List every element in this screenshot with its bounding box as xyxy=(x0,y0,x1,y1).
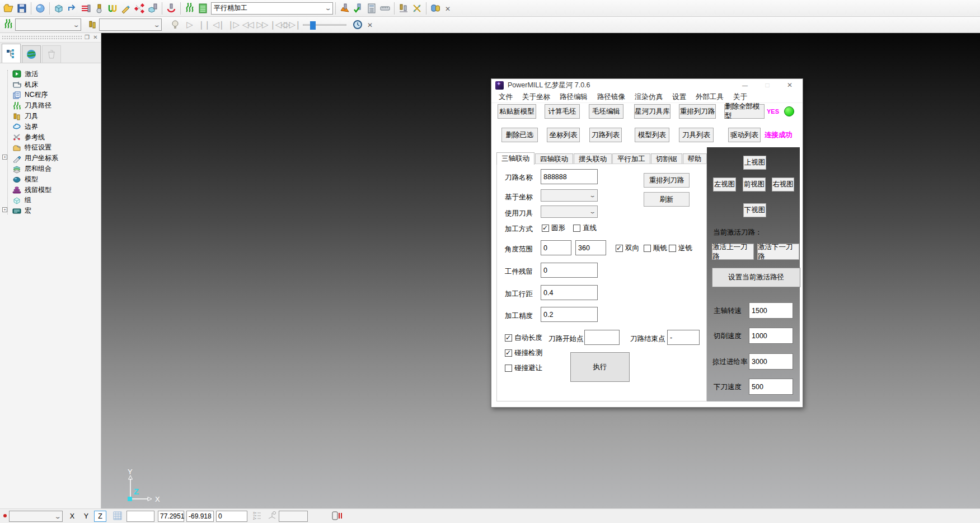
tree-item-stock-models[interactable]: 残留模型 xyxy=(0,185,101,195)
tool-library-button[interactable]: 星河刀具库 xyxy=(634,104,670,119)
skim-feed-input[interactable] xyxy=(749,353,793,370)
tree-item-activate[interactable]: 激活 xyxy=(0,69,101,80)
measure-icon[interactable] xyxy=(378,2,392,15)
toolpath-arrow-icon[interactable] xyxy=(65,2,79,15)
tab-parallel[interactable]: 平行加工 xyxy=(612,153,650,165)
tool-check-icon[interactable] xyxy=(351,2,365,15)
view-top-button[interactable]: 上视图 xyxy=(743,156,766,170)
tab-3axis[interactable]: 三轴联动 xyxy=(496,152,534,165)
strategy-dropdown[interactable]: 平行精加工 ⌄ xyxy=(211,2,333,15)
go-to-end-button[interactable]: ▷▷❘ xyxy=(284,20,298,30)
stock-edit-button[interactable]: 毛坯编辑 xyxy=(589,104,623,119)
tolerance-input[interactable] xyxy=(541,307,598,322)
pause-button[interactable]: ❘❘ xyxy=(196,20,211,30)
toolbar-close-icon[interactable]: ✕ xyxy=(364,19,376,30)
tree-item-feature-sets[interactable]: 特征设置 xyxy=(0,143,101,153)
tree-item-boundaries[interactable]: 边界 xyxy=(0,122,101,132)
rearrange-button[interactable]: 重排列刀路 xyxy=(644,173,690,188)
tab-explorer-tree[interactable] xyxy=(2,44,21,63)
play-button[interactable]: ▷ xyxy=(182,20,196,30)
coord-list-button[interactable]: 坐标列表 xyxy=(547,128,580,142)
coord-z-field[interactable]: 0 xyxy=(216,511,247,522)
tree-item-workplanes[interactable]: + 用户坐标系 xyxy=(0,153,101,164)
view-right-button[interactable]: 右视图 xyxy=(772,178,794,192)
conventional-mill-checkbox[interactable]: 逆铣 xyxy=(669,244,692,253)
float-panel-icon[interactable]: ❐ xyxy=(83,34,91,41)
stock-allowance-input[interactable] xyxy=(541,263,598,278)
panel-header[interactable]: ❐ ✕ xyxy=(0,33,101,43)
tree-item-macros[interactable]: + 宏 xyxy=(0,206,101,216)
u-channel-icon[interactable] xyxy=(106,2,119,15)
stock-edit-icon[interactable] xyxy=(79,2,92,15)
drive-list-button[interactable]: 驱动列表 xyxy=(728,128,761,142)
probe-axis-icon[interactable] xyxy=(266,511,276,522)
view-front-button[interactable]: 前视图 xyxy=(743,178,766,192)
calculator-icon[interactable] xyxy=(365,2,378,15)
tool-pair-icon[interactable] xyxy=(397,2,410,15)
simulation-tool-dropdown[interactable]: ⌄ xyxy=(99,18,162,31)
rewind-button[interactable]: ◁◁ xyxy=(240,20,255,30)
points-pattern-icon[interactable] xyxy=(133,2,146,15)
view-bottom-button[interactable]: 下视图 xyxy=(743,203,766,217)
auto-length-checkbox[interactable]: 自动长度 xyxy=(505,333,542,343)
angle-start-input[interactable] xyxy=(541,240,571,255)
menu-path-mirror[interactable]: 路径镜像 xyxy=(597,92,625,102)
maximize-icon[interactable] xyxy=(759,80,776,91)
tree-item-tools[interactable]: 刀具 xyxy=(0,111,101,122)
measure-field[interactable] xyxy=(279,511,308,522)
clock-icon[interactable] xyxy=(351,18,364,31)
tree-item-levels-sets[interactable]: 层和组合 xyxy=(0,164,101,174)
workplane-dropdown[interactable]: ⌄ xyxy=(9,511,63,522)
menu-render-sim[interactable]: 渲染仿真 xyxy=(635,92,663,102)
axis-z-button[interactable]: Z xyxy=(94,511,106,522)
line-checkbox[interactable]: 直线 xyxy=(573,223,597,233)
toolpath-name-input[interactable] xyxy=(541,169,598,184)
delete-all-models-button[interactable]: 删除全部模型 xyxy=(724,104,765,119)
toolpath-spring-icon[interactable] xyxy=(183,2,196,15)
tree-item-nc-program[interactable]: NC程序 xyxy=(0,90,101,101)
transform-icon[interactable] xyxy=(410,2,424,15)
tree-item-patterns[interactable]: 参考线 xyxy=(0,132,101,143)
tab-4axis[interactable]: 四轴联动 xyxy=(535,153,573,165)
collision-check-icon[interactable] xyxy=(165,2,178,15)
xyz-list-icon[interactable]: X=Y=Z= xyxy=(253,511,262,522)
tab-help[interactable]: 帮助 xyxy=(683,153,707,165)
use-tool-dropdown[interactable]: ⌄ xyxy=(541,206,598,218)
execute-button[interactable]: 执行 xyxy=(570,352,630,382)
menu-settings[interactable]: 设置 xyxy=(672,92,686,102)
slider-handle[interactable] xyxy=(310,21,316,30)
grid-icon[interactable] xyxy=(111,511,124,522)
angle-end-input[interactable] xyxy=(575,240,606,255)
block-icon[interactable] xyxy=(52,2,65,15)
activate-prev-toolpath-button[interactable]: 激活上一刀路 xyxy=(712,244,754,260)
path-end-input[interactable] xyxy=(667,330,700,345)
tab-tilt-head[interactable]: 摆头联动 xyxy=(574,153,612,165)
spindle-speed-input[interactable] xyxy=(749,302,793,319)
close-panel-icon[interactable]: ✕ xyxy=(92,34,99,41)
delete-selected-button[interactable]: 删除已选 xyxy=(501,128,538,142)
menu-file[interactable]: 文件 xyxy=(499,92,513,102)
cutting-speed-input[interactable] xyxy=(749,328,793,344)
menu-external-tools[interactable]: 外部工具 xyxy=(696,92,724,102)
axis-y-button[interactable]: Y xyxy=(80,511,92,522)
light-bulb-icon[interactable] xyxy=(168,18,182,31)
menu-about[interactable]: 关于 xyxy=(733,92,747,102)
simulation-toolpath-dropdown[interactable]: ⌄ xyxy=(15,18,81,31)
tree-item-models[interactable]: 模型 xyxy=(0,174,101,185)
view-left-button[interactable]: 左视图 xyxy=(713,178,736,192)
rearrange-toolpaths-button[interactable]: 重排列刀路 xyxy=(679,104,716,119)
stepover-input[interactable] xyxy=(541,285,598,300)
menu-path-edit[interactable]: 路径编辑 xyxy=(560,92,588,102)
toolpath-verify-icon[interactable] xyxy=(338,2,351,15)
toolbar-close-icon[interactable]: ✕ xyxy=(442,3,453,14)
step-forward-button[interactable]: ❘▷ xyxy=(226,20,240,30)
tool-list-button[interactable]: 刀具列表 xyxy=(679,128,714,142)
climb-mill-checkbox[interactable]: 顺铣 xyxy=(644,244,667,253)
close-icon[interactable] xyxy=(781,80,798,91)
paste-new-model-button[interactable]: 粘贴新模型 xyxy=(498,104,536,119)
fast-forward-button[interactable]: ▷▷ xyxy=(255,20,269,30)
set-active-path-button[interactable]: 设置当前激活路径 xyxy=(712,268,800,287)
path-start-input[interactable] xyxy=(584,330,620,345)
circle-checkbox[interactable]: 圆形 xyxy=(542,223,565,233)
refresh-button[interactable]: 刷新 xyxy=(644,192,690,207)
